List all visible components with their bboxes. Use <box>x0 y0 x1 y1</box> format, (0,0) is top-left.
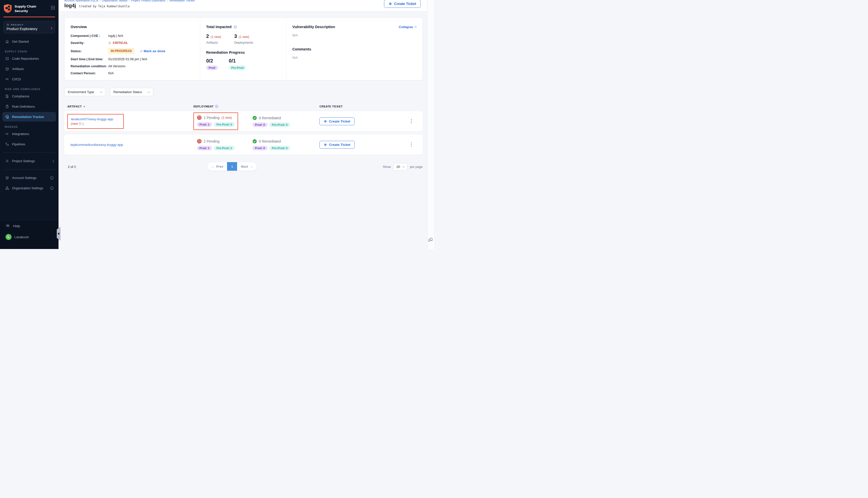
preprod-count-badge: Pre-Prod: 1 <box>214 146 235 150</box>
sidebar-item-organization-settings[interactable]: Organization Settings <box>2 183 56 193</box>
time-value: 01/10/2025 01:08 pm | N/A <box>108 57 194 61</box>
gear-icon <box>5 159 9 163</box>
chevron-down-icon <box>402 165 405 168</box>
right-rail <box>427 0 434 249</box>
sidebar-item-get-started[interactable]: Get Started <box>2 37 56 46</box>
vulnerability-description-title: Vulnerability Description <box>292 25 335 29</box>
sidebar-item-project-settings[interactable]: Project Settings <box>2 156 56 166</box>
artifact-link[interactable]: lavakush07/easy-buggy-app <box>71 117 113 121</box>
artifact-link[interactable]: tejakummarikuntla/easy-buggy-app <box>70 143 123 147</box>
environment-type-filter[interactable]: Environment Type <box>64 88 105 96</box>
sidebar-item-pipelines[interactable]: Pipelines <box>2 139 56 149</box>
sidebar-item-rule-definitions[interactable]: Rule Definitions <box>2 102 56 111</box>
time-label: Start time | End time: <box>70 57 108 61</box>
brand-title: Supply Chain Security <box>15 4 36 13</box>
current-page-button[interactable]: 1 <box>227 162 237 171</box>
pending-count: 1 Pending <box>204 116 220 120</box>
breadcrumb-page[interactable]: Remediation Tracker <box>169 0 195 2</box>
home-icon <box>5 39 9 44</box>
preprod-progress-stat: 0/1 Pre-Prod <box>229 58 246 70</box>
next-page-button[interactable]: Next → <box>237 162 257 171</box>
contact-label: Contact Person: <box>70 71 108 75</box>
deployments-new-count: (1 new) <box>239 35 249 39</box>
chevron-up-icon <box>414 26 417 29</box>
column-header-deployment: DEPLOYMENT <box>193 105 252 108</box>
sidebar-item-artifacts[interactable]: Artifacts <box>2 64 56 74</box>
created-by: Created by Teja Kummarikuntla <box>79 4 130 8</box>
pipeline-icon <box>5 142 9 146</box>
collapse-link[interactable]: Collapse <box>399 25 416 29</box>
vulnerability-description-value: N/A <box>292 34 416 37</box>
breadcrumb-organization[interactable]: Organization: default <box>102 0 128 2</box>
remediated-check-icon <box>252 139 257 144</box>
show-label: Show <box>383 165 391 169</box>
section-label-supply-chain: SUPPLY CHAIN <box>5 50 54 53</box>
chat-support-icon[interactable] <box>428 237 433 243</box>
column-header-artifact[interactable]: ARTIFACT ▲ <box>64 105 193 108</box>
cube-icon <box>5 66 9 71</box>
sidebar-nav: Get Started SUPPLY CHAIN Code Repositori… <box>0 34 59 193</box>
create-ticket-button[interactable]: Create Ticket <box>384 0 421 8</box>
remediated-cell: 0 Remediated Prod: 0 Pre-Prod: 0 <box>252 116 320 127</box>
help-button[interactable]: ? Help <box>5 224 53 228</box>
user-menu[interactable]: L Lavakush <box>5 234 53 240</box>
page-size-select[interactable]: 20 <box>393 163 407 170</box>
info-icon[interactable] <box>215 105 218 108</box>
table-header: ARTIFACT ▲ DEPLOYMENT CREATE TICKET <box>64 105 423 108</box>
info-icon[interactable] <box>50 186 54 190</box>
sidebar-item-account-settings[interactable]: Account Settings <box>2 173 56 183</box>
info-icon[interactable] <box>234 25 237 29</box>
column-header-create-ticket: CREATE TICKET <box>320 105 409 108</box>
project-label: PROJECT <box>11 24 24 26</box>
content: Overview Component | CVE : log4j | N/A S… <box>59 12 434 171</box>
info-icon[interactable] <box>50 176 54 180</box>
severity-value: ⚠ CRITICAL <box>108 41 194 45</box>
remediation-status-filter[interactable]: Remediation Status <box>110 88 153 96</box>
pending-clock-icon <box>197 139 202 144</box>
pending-new-count: (1 new) <box>221 116 232 119</box>
page-title: log4j <box>64 3 76 9</box>
status-badge: IN-PROGRESS <box>108 48 134 54</box>
remediation-progress-title: Remediation Progress <box>206 51 280 54</box>
prev-page-button[interactable]: ← Prev <box>207 162 227 171</box>
sidebar-item-cicd[interactable]: ∞ CI/CD <box>2 74 56 84</box>
sidebar-item-integrations[interactable]: Integrations <box>2 129 56 139</box>
help-chat-icon: ? <box>5 224 10 228</box>
preprod-count-badge: Pre-Prod: 0 <box>270 146 290 150</box>
breadcrumb-project[interactable]: Project: Product Exploratory <box>131 0 166 2</box>
apps-grid-icon[interactable] <box>51 5 55 10</box>
sidebar-item-remediation-tracker[interactable]: Remediation Tracker <box>2 112 56 121</box>
remediated-cell: 0 Remediated Prod: 0 Pre-Prod: 0 <box>252 139 320 150</box>
row-menu-kebab-icon[interactable] <box>409 142 414 147</box>
row-menu-kebab-icon[interactable] <box>409 119 414 123</box>
warning-triangle-icon: ⚠ <box>108 41 111 45</box>
table-row: lavakush07/easy-buggy-app (new ) <box>64 111 423 131</box>
sidebar-item-code-repositories[interactable]: Code Repositories <box>2 54 56 63</box>
arrow-left-icon: ← <box>211 165 215 168</box>
collapse-left-icon <box>57 233 59 235</box>
comments-title: Comments <box>292 47 416 51</box>
pending-count: 2 Pending <box>204 139 220 143</box>
info-icon[interactable] <box>79 122 82 125</box>
avatar: L <box>5 234 12 240</box>
status-label: Status: <box>70 49 108 53</box>
cube-icon <box>7 23 9 26</box>
create-ticket-button[interactable]: Create Ticket <box>320 141 355 148</box>
artifact-new-tag: (new ) <box>71 122 120 126</box>
preprod-count-badge: Pre-Prod: 0 <box>214 122 235 127</box>
preprod-badge: Pre-Prod <box>229 66 246 70</box>
sidebar-item-compliance[interactable]: Compliance <box>2 91 56 101</box>
project-selector[interactable]: PROJECT Product Exploratory <box>3 21 55 34</box>
breadcrumb: Account: Automation-SSCA/Organization: d… <box>64 0 434 2</box>
create-ticket-button[interactable]: Create Ticket <box>320 117 355 125</box>
breadcrumb-account[interactable]: Account: Automation-SSCA <box>64 0 98 2</box>
mark-as-done-link[interactable]: ✓ Mark as done <box>140 49 165 53</box>
org-hierarchy-gear-icon <box>5 186 9 190</box>
prod-progress-stat: 0/2 Prod <box>206 58 218 70</box>
component-label: Component | CVE : <box>70 34 108 38</box>
chevron-right-icon <box>50 26 52 30</box>
project-name: Product Exploratory <box>7 27 48 31</box>
chevron-down-icon <box>100 90 102 93</box>
prod-count-badge: Prod: 1 <box>197 122 212 127</box>
result-count: 2 of 2 <box>64 165 76 169</box>
